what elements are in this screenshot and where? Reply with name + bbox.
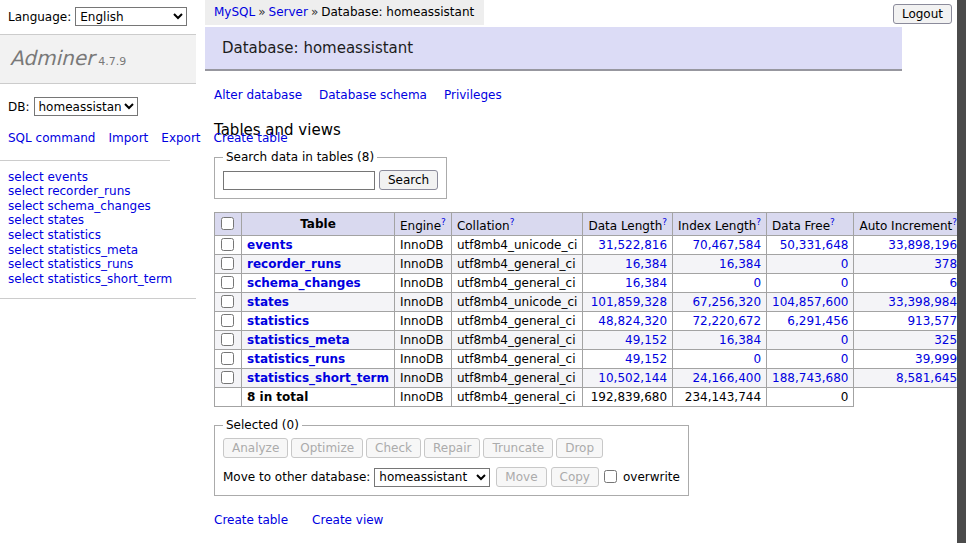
table-name-link[interactable]: states: [247, 295, 289, 309]
auto_increment-link[interactable]: 6: [949, 276, 957, 290]
sidebar-link-sql-command[interactable]: SQL command: [8, 131, 95, 145]
sidebar-select-link[interactable]: select statistics_meta: [8, 243, 196, 258]
data_free-link[interactable]: 0: [841, 276, 849, 290]
row-checkbox[interactable]: [221, 238, 234, 251]
cell-name: statistics_short_term: [242, 369, 395, 388]
row-checkbox[interactable]: [221, 314, 234, 327]
sidebar-select-link[interactable]: select statistics_runs: [8, 257, 196, 272]
cell-engine: InnoDB: [394, 312, 451, 331]
cell-index_length: 67,256,320: [673, 293, 767, 312]
data_length-link[interactable]: 101,859,328: [591, 295, 667, 309]
index_length-link[interactable]: 0: [753, 352, 761, 366]
language-select[interactable]: English: [75, 7, 187, 26]
table-name-link[interactable]: statistics: [247, 314, 309, 328]
table-name-link[interactable]: statistics_runs: [247, 352, 345, 366]
cell-auto_increment: 33,898,196: [854, 236, 963, 255]
table-name-link[interactable]: statistics_meta: [247, 333, 350, 347]
row-checkbox[interactable]: [221, 371, 234, 384]
vertical-scrollbar[interactable]: [957, 0, 966, 543]
data_free-link[interactable]: 188,743,680: [772, 371, 848, 385]
auto_increment-link[interactable]: 8,581,645: [896, 371, 957, 385]
sidebar-actions: SQL commandImportExportCreate table: [0, 116, 170, 161]
breadcrumb-link-mysql[interactable]: MySQL: [214, 5, 255, 19]
table-name-link[interactable]: recorder_runs: [247, 257, 341, 271]
index_length-link[interactable]: 16,384: [719, 333, 761, 347]
data_free-link[interactable]: 6,291,456: [787, 314, 848, 328]
data_free-link[interactable]: 0: [841, 333, 849, 347]
data_length-link[interactable]: 49,152: [625, 333, 667, 347]
analyze-button: Analyze: [223, 438, 288, 458]
auto_increment-link[interactable]: 325: [934, 333, 957, 347]
table-name-link[interactable]: events: [247, 238, 293, 252]
sidebar-select-link[interactable]: select statistics_short_term: [8, 272, 196, 287]
data_free-link[interactable]: 104,857,600: [772, 295, 848, 309]
data_length-link[interactable]: 10,502,144: [598, 371, 667, 385]
select-all-checkbox[interactable]: [221, 217, 234, 230]
row-checkbox-cell: [215, 274, 242, 293]
create-table-link[interactable]: Create table: [214, 513, 288, 527]
sidebar-link-create-table[interactable]: Create table: [214, 131, 288, 145]
auto_increment-link[interactable]: 33,398,984: [888, 295, 957, 309]
sidebar-select-link[interactable]: select events: [8, 170, 196, 185]
auto_increment-link[interactable]: 913,577: [907, 314, 957, 328]
sidebar-select-link[interactable]: select recorder_runs: [8, 184, 196, 199]
auto_increment-link[interactable]: 33,898,196: [888, 238, 957, 252]
help-icon[interactable]: ?: [662, 217, 667, 227]
sidebar-select-link[interactable]: select schema_changes: [8, 199, 196, 214]
data_free-link[interactable]: 0: [841, 352, 849, 366]
cell-engine: InnoDB: [394, 331, 451, 350]
row-checkbox[interactable]: [221, 276, 234, 289]
sidebar: Language:English Adminer4.7.9 DB:homeass…: [0, 0, 196, 299]
cell-data_length: 101,859,328: [583, 293, 673, 312]
overwrite-checkbox[interactable]: [604, 470, 617, 483]
data_length-link[interactable]: 31,522,816: [598, 238, 667, 252]
help-icon[interactable]: ?: [510, 217, 515, 227]
table-name-link[interactable]: schema_changes: [247, 276, 361, 290]
sidebar-select-link[interactable]: select states: [8, 213, 196, 228]
column-header-collation: Collation?: [451, 213, 583, 236]
data_free-link[interactable]: 50,331,648: [780, 238, 849, 252]
data_free-link[interactable]: 0: [841, 257, 849, 271]
search-input[interactable]: [223, 171, 375, 190]
help-icon[interactable]: ?: [830, 217, 835, 227]
create-view-link[interactable]: Create view: [312, 513, 383, 527]
sidebar-link-import[interactable]: Import: [108, 131, 148, 145]
row-checkbox[interactable]: [221, 333, 234, 346]
total-empty-cell: [215, 388, 242, 407]
row-checkbox[interactable]: [221, 352, 234, 365]
auto_increment-link[interactable]: 378: [934, 257, 957, 271]
data_length-link[interactable]: 16,384: [625, 276, 667, 290]
table-name-link[interactable]: statistics_short_term: [247, 371, 389, 385]
help-icon[interactable]: ?: [756, 217, 761, 227]
breadcrumb-link-server[interactable]: Server: [269, 5, 308, 19]
index_length-link[interactable]: 0: [753, 276, 761, 290]
row-checkbox[interactable]: [221, 257, 234, 270]
sidebar-table-list: select eventsselect recorder_runsselect …: [0, 161, 196, 299]
sidebar-link-export[interactable]: Export: [161, 131, 200, 145]
index_length-link[interactable]: 70,467,584: [692, 238, 761, 252]
privileges-link[interactable]: Privileges: [444, 88, 502, 102]
row-checkbox-cell: [215, 255, 242, 274]
total-index-length: 234,143,744: [673, 388, 767, 407]
index_length-link[interactable]: 24,166,400: [692, 371, 761, 385]
db-select[interactable]: homeassistant: [34, 97, 138, 116]
cell-name: events: [242, 236, 395, 255]
move-database-select[interactable]: homeassistant: [374, 468, 490, 487]
data_length-link[interactable]: 48,824,320: [598, 314, 667, 328]
index_length-link[interactable]: 16,384: [719, 257, 761, 271]
search-button[interactable]: Search: [379, 170, 438, 190]
sidebar-select-link[interactable]: select statistics: [8, 228, 196, 243]
table-row: recorder_runsInnoDButf8mb4_general_ci16,…: [215, 255, 966, 274]
help-icon[interactable]: ?: [441, 217, 446, 227]
table-row: statesInnoDButf8mb4_unicode_ci101,859,32…: [215, 293, 966, 312]
logout-button[interactable]: Logout: [893, 4, 952, 24]
drop-button: Drop: [556, 438, 603, 458]
data_length-link[interactable]: 49,152: [625, 352, 667, 366]
auto_increment-link[interactable]: 39,999: [915, 352, 957, 366]
alter-database-link[interactable]: Alter database: [214, 88, 302, 102]
database-schema-link[interactable]: Database schema: [319, 88, 427, 102]
index_length-link[interactable]: 67,256,320: [692, 295, 761, 309]
data_length-link[interactable]: 16,384: [625, 257, 667, 271]
row-checkbox[interactable]: [221, 295, 234, 308]
index_length-link[interactable]: 72,220,672: [692, 314, 761, 328]
